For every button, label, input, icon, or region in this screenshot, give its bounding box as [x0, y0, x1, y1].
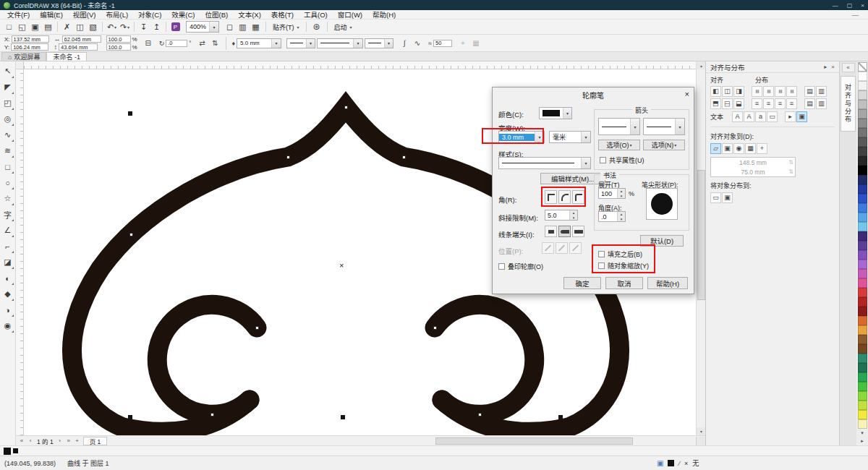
distribute-extra-1-button[interactable]: ▤ [804, 98, 815, 109]
outline-position-inside-button[interactable] [569, 242, 582, 254]
options-gear-icon[interactable]: ⊛ [313, 22, 320, 32]
palette-swatch[interactable] [858, 335, 867, 344]
end-arrowhead-combobox[interactable]: ▾ [365, 38, 393, 48]
menu-file[interactable]: 文件(F) [2, 9, 35, 20]
dropdown-arrow-icon[interactable]: ▾ [353, 39, 362, 48]
palette-swatch[interactable] [858, 307, 867, 316]
nib-shape-preview[interactable] [646, 188, 678, 220]
object-height-field[interactable] [59, 43, 98, 51]
document-color-swatch[interactable] [13, 448, 18, 453]
miter-limit-spinner[interactable]: 5.0 ▴▾ [545, 210, 578, 221]
eyedropper-tool[interactable]: ◆ [1, 286, 14, 302]
menu-tools[interactable]: 工具(O) [299, 9, 333, 20]
palette-swatch[interactable] [858, 316, 867, 325]
stretch-spinner[interactable]: 100 ▴▾ [598, 188, 626, 199]
align-to-grid-button[interactable]: ▦ [745, 143, 756, 154]
palette-swatch[interactable] [858, 194, 867, 203]
curve-node[interactable] [210, 413, 214, 416]
window-close-icon[interactable]: × [861, 2, 864, 9]
dropdown-arrow-icon[interactable]: ▾ [271, 39, 281, 48]
selection-handle[interactable] [558, 415, 563, 419]
first-page-icon[interactable]: « [17, 437, 26, 445]
palette-swatch[interactable] [858, 137, 867, 147]
copy-button[interactable]: ◫ [74, 21, 86, 33]
menu-effects[interactable]: 效果(C) [166, 9, 200, 20]
cancel-button[interactable]: 取消 [605, 277, 643, 289]
distribute-bottom-button[interactable]: ≡ [786, 98, 797, 109]
document-minimize-icon[interactable]: — [852, 11, 867, 19]
dropdown-arrow-icon[interactable]: ▾ [209, 22, 218, 32]
start-arrowhead-combobox[interactable]: ▾ [598, 118, 640, 135]
import-button[interactable]: ↧ [137, 21, 150, 33]
palette-swatch[interactable] [858, 410, 867, 419]
palette-swatch[interactable] [858, 90, 867, 100]
outline-pen-icon[interactable]: ∕ [678, 460, 680, 467]
undo-button[interactable]: ↶▾ [106, 21, 118, 33]
spinner-arrows-icon[interactable]: ▴▾ [569, 210, 577, 220]
next-page-icon[interactable]: › [56, 437, 64, 445]
palette-swatch[interactable] [858, 419, 867, 429]
align-right-button[interactable]: ◨ [733, 86, 744, 97]
tab-welcome-screen[interactable]: ⌂ 欢迎屏幕 [1, 52, 46, 61]
text-baseline-last-button[interactable]: A [744, 111, 754, 122]
tab-align-distribute[interactable]: 对齐与分布 [841, 76, 856, 132]
palette-swatch[interactable] [858, 156, 867, 166]
align-to-page-edge-button[interactable]: ▣ [722, 143, 733, 154]
palette-swatch[interactable] [858, 269, 867, 278]
palette-swatch[interactable] [858, 109, 867, 119]
outline-position-center-button[interactable] [556, 242, 568, 254]
palette-swatch[interactable] [858, 372, 867, 382]
palette-swatch[interactable] [858, 288, 867, 297]
rectangle-tool[interactable]: □ [1, 159, 14, 174]
freehand-tool[interactable]: ∿ [1, 127, 14, 142]
palette-swatch[interactable] [858, 222, 867, 231]
tab-untitled-document[interactable]: 未命名 -1 [46, 52, 87, 61]
rotation-angle-field[interactable] [166, 40, 187, 47]
palette-swatch[interactable] [858, 260, 867, 269]
outline-color-picker[interactable]: ▾ [539, 107, 572, 119]
dropdown-arrow-icon[interactable]: ▾ [535, 132, 544, 142]
interactive-fill-tool[interactable]: ◑ [1, 302, 14, 317]
line-style-combobox[interactable]: ▾ [498, 157, 591, 169]
pick-tool[interactable]: ↖ [1, 64, 14, 79]
smoothness-field[interactable] [433, 40, 452, 47]
fill-behind-checkbox[interactable]: 填充之后(B) [598, 249, 642, 259]
palette-swatch[interactable] [858, 344, 867, 354]
open-button[interactable]: ◱ [16, 21, 28, 33]
spin-down-icon[interactable]: ▾ [570, 215, 577, 221]
selection-handle[interactable] [128, 111, 132, 116]
align-bottom-button[interactable]: ◨ [733, 98, 744, 109]
spinner-arrows-icon[interactable]: ⇅ [788, 159, 793, 166]
horizontal-scrollbar[interactable] [110, 437, 696, 445]
palette-swatch[interactable] [858, 325, 867, 335]
ok-button[interactable]: 确定 [563, 277, 601, 289]
smart-fill-tool[interactable]: ◉ [1, 318, 14, 333]
dropdown-arrow-icon[interactable]: ▾ [563, 108, 571, 119]
docker-pin-button[interactable]: ▸ [785, 111, 796, 122]
spin-down-icon[interactable]: ▾ [618, 217, 625, 222]
palette-swatch[interactable] [858, 391, 867, 401]
palette-swatch[interactable] [858, 363, 867, 372]
text-bounding-box-button[interactable]: ▭ [767, 111, 778, 122]
cut-button[interactable]: ✗ [61, 21, 73, 33]
palette-swatch[interactable] [858, 231, 867, 241]
miter-corner-button[interactable] [545, 190, 557, 204]
redo-button[interactable]: ↷▾ [119, 21, 131, 33]
close-curve-icon[interactable]: ∫ [399, 38, 410, 49]
menu-window[interactable]: 窗口(W) [333, 9, 367, 20]
palette-swatch[interactable] [858, 119, 867, 128]
curve-object-right-curl[interactable] [435, 304, 535, 414]
export-button[interactable]: ↥ [150, 21, 163, 33]
menu-edit[interactable]: 编辑(E) [35, 9, 68, 20]
palette-swatch[interactable] [858, 72, 867, 81]
vertical-ruler[interactable] [16, 69, 24, 435]
menu-text[interactable]: 文本(X) [233, 9, 266, 20]
align-extra-2-button[interactable]: ▥ [816, 86, 827, 97]
curve-node[interactable] [286, 155, 290, 159]
align-to-active-objects-button[interactable]: ▱ [710, 143, 721, 154]
distribute-center-horizontal-button[interactable]: ≡ [763, 86, 774, 97]
ellipse-tool[interactable]: ○ [1, 175, 14, 190]
palette-swatch[interactable] [858, 166, 867, 175]
spinner-arrows-icon[interactable]: ▴▾ [617, 212, 625, 221]
x-position-field[interactable] [12, 35, 49, 43]
